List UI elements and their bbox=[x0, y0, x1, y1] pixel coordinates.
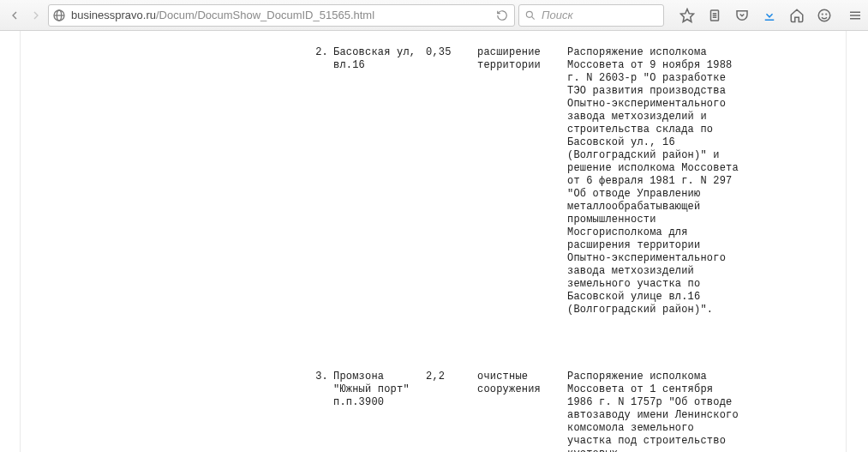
svg-point-3 bbox=[526, 11, 532, 17]
svg-point-11 bbox=[822, 14, 823, 15]
page-content: 2. Басовская ул, вл.16 0,35 расширение т… bbox=[0, 31, 868, 452]
download-icon[interactable] bbox=[762, 8, 777, 23]
row-purpose: очистные сооружения bbox=[477, 371, 567, 452]
browser-toolbar: businesspravo.ru/Docum/DocumShow_DocumID… bbox=[0, 0, 868, 31]
back-button[interactable] bbox=[5, 4, 23, 27]
row-area: 2,2 bbox=[426, 371, 477, 452]
row-number: 3. bbox=[308, 371, 333, 452]
row-address: Басовская ул, вл.16 bbox=[333, 46, 426, 316]
document-sheet: 2. Басовская ул, вл.16 0,35 расширение т… bbox=[20, 31, 847, 452]
row-area: 0,35 bbox=[426, 46, 477, 316]
star-icon[interactable] bbox=[679, 8, 695, 23]
menu-icon[interactable] bbox=[847, 8, 863, 23]
forward-button[interactable] bbox=[27, 4, 45, 27]
table-row: 3. Промзона "Южный порт" п.п.3900 2,2 оч… bbox=[21, 316, 846, 452]
row-number: 2. bbox=[308, 46, 333, 316]
search-icon bbox=[524, 9, 536, 21]
search-placeholder: Поиск bbox=[542, 9, 573, 21]
address-bar[interactable]: businesspravo.ru/Docum/DocumShow_DocumID… bbox=[48, 4, 515, 27]
refresh-button[interactable] bbox=[494, 9, 511, 21]
svg-line-4 bbox=[531, 16, 534, 19]
search-bar[interactable]: Поиск bbox=[518, 4, 664, 27]
clipboard-icon[interactable] bbox=[707, 8, 722, 23]
smiley-icon[interactable] bbox=[817, 8, 832, 23]
row-purpose: расширение территории bbox=[477, 46, 567, 316]
globe-icon bbox=[52, 9, 66, 22]
row-document: Распоряжение исполкома Моссовета от 9 но… bbox=[567, 46, 739, 316]
svg-point-10 bbox=[818, 9, 830, 21]
table-row: 2. Басовская ул, вл.16 0,35 расширение т… bbox=[21, 31, 846, 316]
svg-marker-5 bbox=[681, 9, 694, 21]
row-address: Промзона "Южный порт" п.п.3900 bbox=[333, 371, 426, 452]
pocket-icon[interactable] bbox=[734, 8, 750, 23]
svg-point-12 bbox=[826, 14, 827, 15]
home-icon[interactable] bbox=[789, 8, 805, 23]
url-text: businesspravo.ru/Docum/DocumShow_DocumID… bbox=[71, 9, 494, 21]
toolbar-icons bbox=[679, 8, 863, 23]
row-document: Распоряжение исполкома Моссовета от 1 се… bbox=[567, 371, 739, 452]
